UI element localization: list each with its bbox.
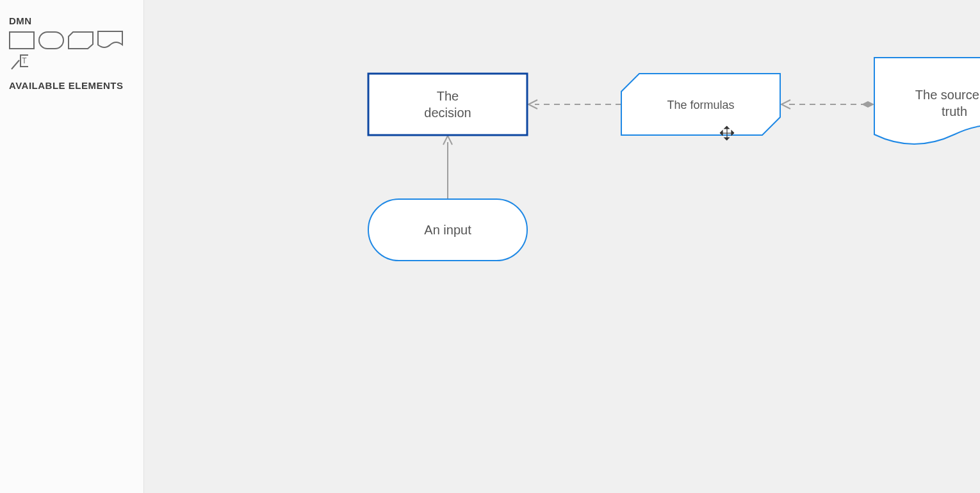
edge-ksource-to-bkm[interactable] (781, 100, 874, 109)
node-decision-label-line2: decision (424, 106, 471, 120)
node-decision[interactable]: The decision (368, 74, 527, 135)
input-data-shape-icon (38, 31, 64, 49)
palette-row-2: T (9, 53, 136, 71)
app-root: DMN T AVAILABLE E (0, 0, 980, 493)
svg-marker-2 (69, 32, 93, 49)
node-ksource-label-line1: The source of (915, 88, 980, 102)
node-input-label: An input (424, 223, 471, 237)
node-input-data[interactable]: An input (368, 199, 527, 261)
diagram-svg: The decision The formulas The source of … (144, 0, 980, 493)
knowledge-source-shape-icon (97, 31, 123, 50)
palette-row-1 (9, 31, 136, 49)
decision-shape-icon (9, 31, 35, 49)
text-annotation-shape-icon: T (9, 53, 35, 72)
svg-rect-1 (39, 32, 63, 49)
edge-input-to-decision[interactable] (443, 136, 452, 199)
svg-rect-8 (368, 74, 527, 135)
svg-text:T: T (22, 56, 27, 65)
palette-text-annotation-shape[interactable]: T (9, 53, 35, 71)
palette-decision-shape[interactable] (9, 31, 35, 49)
svg-marker-6 (862, 101, 874, 108)
node-knowledge-source[interactable]: The source of truth (874, 58, 980, 144)
diagram-canvas[interactable]: The decision The formulas The source of … (144, 0, 980, 493)
svg-rect-0 (10, 32, 34, 49)
node-bkm[interactable]: The formulas (621, 74, 780, 135)
palette-bkm-shape[interactable] (68, 31, 94, 49)
edge-bkm-to-decision[interactable] (528, 100, 621, 109)
sidebar-section-available-title: AVAILABLE ELEMENTS (9, 80, 136, 91)
node-ksource-label-line2: truth (942, 104, 967, 118)
sidebar-section-dmn-title: DMN (9, 15, 136, 26)
node-bkm-label: The formulas (667, 99, 734, 111)
palette-knowledge-source-shape[interactable] (97, 31, 123, 49)
node-decision-label-line1: The (437, 89, 459, 103)
sidebar: DMN T AVAILABLE E (0, 0, 144, 493)
bkm-shape-icon (68, 31, 94, 49)
palette-input-data-shape[interactable] (38, 31, 64, 49)
